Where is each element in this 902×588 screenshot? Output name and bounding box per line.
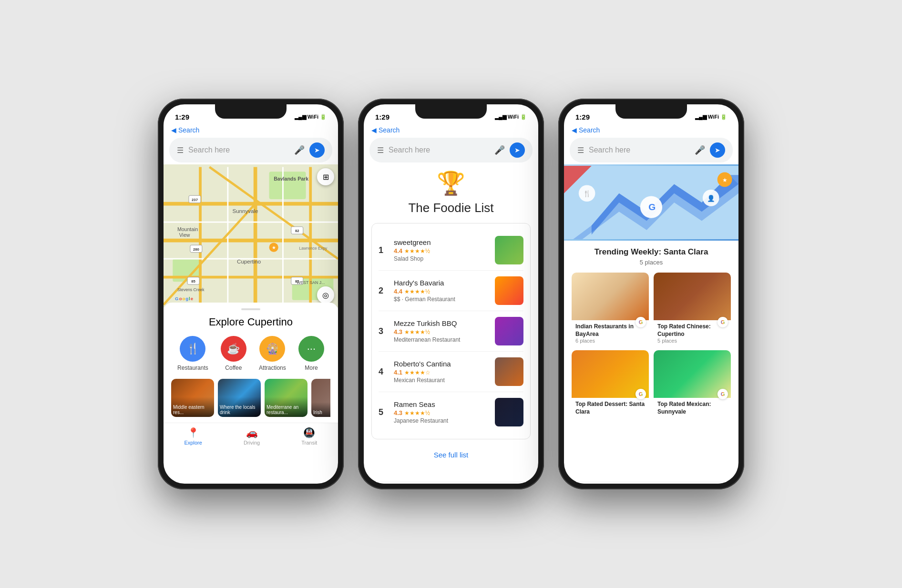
card-sub-1: 5 places	[657, 338, 727, 344]
back-nav-3[interactable]: ◀ Search	[564, 125, 738, 136]
place-card-1[interactable]: Where the locals drink	[218, 379, 261, 417]
place-card-3[interactable]: Irish	[311, 379, 330, 417]
item-name-4: Roberto's Cantina	[394, 360, 489, 368]
foodie-list-container: 🏆 The Foodie List 1 sweetgreen 4.4 ★★★★½…	[364, 164, 538, 482]
transit-tab-label-1: Transit	[301, 440, 317, 446]
item-type-1: Salad Shop	[394, 255, 489, 262]
foodie-header: 🏆 The Foodie List	[371, 170, 531, 215]
trending-container: 🍴 G 👤 ★ Trending Weekly: Santa Clara 5 p…	[564, 164, 738, 482]
trending-card-3[interactable]: G Top Rated Mexican: Sunnyvale	[654, 350, 731, 417]
back-label-1[interactable]: Search	[178, 126, 199, 134]
bottom-tabs-3: 📍 Explore 🚗 Driving 🚇 Transit	[564, 482, 738, 484]
drag-handle-1	[241, 308, 260, 310]
card-img-1	[654, 273, 731, 320]
search-bar-1[interactable]: ☰ Search here 🎤 ➤	[169, 138, 332, 162]
nav-icon-1[interactable]: ➤	[309, 142, 325, 158]
svg-text:★: ★	[722, 177, 728, 183]
card-label-2: Top Rated Dessert: Santa Clara	[572, 398, 649, 417]
foodie-item-2[interactable]: 2 Hardy's Bavaria 4.4 ★★★★½ $$ · German …	[379, 271, 523, 311]
search-text-3[interactable]: Search here	[589, 146, 690, 154]
hamburger-icon-1[interactable]: ☰	[177, 146, 184, 155]
card-title-0: Indian Restaurants in BayArea	[575, 323, 645, 338]
foodie-item-1[interactable]: 1 sweetgreen 4.4 ★★★★½ Salad Shop	[379, 230, 523, 271]
foodie-item-3[interactable]: 3 Mezze Turkish BBQ 4.3 ★★★★½ Mediterran…	[379, 311, 523, 352]
svg-text:g: g	[185, 296, 188, 301]
mic-icon-3[interactable]: 🎤	[695, 145, 705, 155]
rating-num-4: 4.1	[394, 369, 402, 376]
svg-text:o: o	[179, 296, 182, 301]
time-2: 1:29	[375, 113, 390, 121]
back-label-2[interactable]: Search	[379, 126, 400, 134]
place-card-label-3: Irish	[311, 402, 330, 417]
svg-text:e: e	[191, 296, 194, 301]
item-photo-2	[495, 276, 523, 305]
trending-card-0[interactable]: G Indian Restaurants in BayArea 6 places	[572, 273, 649, 345]
item-name-1: sweetgreen	[394, 238, 489, 246]
back-nav-1[interactable]: ◀ Search	[164, 125, 338, 136]
mic-icon-1[interactable]: 🎤	[294, 145, 305, 155]
map-container[interactable]: 237 280 82 85 85 Mountain View Sunnyvale…	[164, 164, 338, 307]
place-card-label-1: Where the locals drink	[218, 397, 261, 417]
card-title-3: Top Rated Mexican: Sunnyvale	[657, 401, 727, 416]
category-coffee[interactable]: ☕ Coffee	[221, 336, 246, 371]
place-card-0[interactable]: Middle eastern res...	[171, 379, 214, 417]
driving-tab-label-1: Driving	[244, 440, 260, 446]
item-rating-3: 4.3 ★★★★½	[394, 328, 489, 335]
search-bar-3[interactable]: ☰ Search here 🎤 ➤	[570, 138, 733, 162]
item-photo-4	[495, 357, 523, 386]
map-layers-btn[interactable]: ⊞	[317, 168, 334, 185]
svg-text:Stevens Creek: Stevens Creek	[177, 287, 205, 292]
attractions-label: Attractions	[259, 365, 286, 371]
hamburger-icon-2[interactable]: ☰	[377, 146, 384, 155]
tab-driving-1[interactable]: 🚗 Driving	[244, 427, 260, 446]
category-attractions[interactable]: 🎡 Attractions	[259, 336, 286, 371]
more-icon: ···	[298, 336, 324, 362]
svg-text:👤: 👤	[707, 194, 715, 203]
search-text-2[interactable]: Search here	[389, 146, 490, 154]
tab-explore-1[interactable]: 📍 Explore	[184, 427, 202, 446]
phone-3: 1:29 ▂▄▆ WiFi 🔋 ◀ Search ☰ Search here 🎤…	[558, 99, 744, 489]
see-full-list-btn[interactable]: See full list	[371, 443, 531, 466]
stars-5: ★★★★½	[404, 410, 430, 416]
category-restaurants[interactable]: 🍴 Restaurants	[177, 336, 208, 371]
rating-num-5: 4.3	[394, 409, 402, 416]
svg-text:237: 237	[192, 198, 198, 202]
back-nav-2[interactable]: ◀ Search	[364, 125, 538, 136]
transit-tab-icon-1: 🚇	[303, 427, 315, 438]
hamburger-icon-3[interactable]: ☰	[577, 146, 584, 155]
back-label-3[interactable]: Search	[579, 126, 600, 134]
svg-text:WEST SAN J...: WEST SAN J...	[297, 280, 325, 285]
foodie-item-5[interactable]: 5 Ramen Seas 4.3 ★★★★½ Japanese Restaura…	[379, 392, 523, 432]
item-num-5: 5	[379, 407, 388, 417]
place-card-2[interactable]: Mediterrane an restaura...	[265, 379, 308, 417]
category-more[interactable]: ··· More	[298, 336, 324, 371]
attractions-icon: 🎡	[259, 336, 285, 362]
search-text-1[interactable]: Search here	[188, 146, 289, 154]
svg-text:l: l	[189, 296, 190, 301]
trending-card-1[interactable]: G Top Rated Chinese: Cupertino 5 places	[654, 273, 731, 345]
tab-transit-1[interactable]: 🚇 Transit	[301, 427, 317, 446]
back-arrow-icon-2: ◀	[371, 126, 377, 134]
card-img-0	[572, 273, 649, 320]
trophy-icon: 🏆	[371, 170, 531, 197]
map-location-btn[interactable]: ◎	[317, 286, 334, 304]
item-rating-4: 4.1 ★★★★☆	[394, 369, 489, 376]
item-num-1: 1	[379, 245, 388, 255]
mic-icon-2[interactable]: 🎤	[494, 145, 505, 155]
stars-2: ★★★★½	[404, 288, 430, 295]
place-cards: Middle eastern res... Where the locals d…	[171, 379, 330, 417]
rating-num-2: 4.4	[394, 288, 402, 295]
foodie-title: The Foodie List	[371, 201, 531, 215]
svg-text:View: View	[179, 232, 190, 238]
explore-tab-label-1: Explore	[184, 440, 202, 446]
back-arrow-icon-3: ◀	[572, 126, 577, 134]
coffee-label: Coffee	[225, 365, 242, 371]
nav-icon-2[interactable]: ➤	[510, 142, 525, 158]
search-bar-2[interactable]: ☰ Search here 🎤 ➤	[369, 138, 533, 162]
trending-content: Trending Weekly: Santa Clara 5 places G …	[564, 241, 738, 429]
nav-icon-3[interactable]: ➤	[710, 142, 725, 158]
bottom-tabs-2: 📍 Explore 🚗 Driving 🚇 Transit	[364, 482, 538, 484]
svg-text:Lawrence Expy: Lawrence Expy	[299, 246, 328, 251]
trending-card-2[interactable]: G Top Rated Dessert: Santa Clara	[572, 350, 649, 417]
foodie-item-4[interactable]: 4 Roberto's Cantina 4.1 ★★★★☆ Mexican Re…	[379, 352, 523, 392]
